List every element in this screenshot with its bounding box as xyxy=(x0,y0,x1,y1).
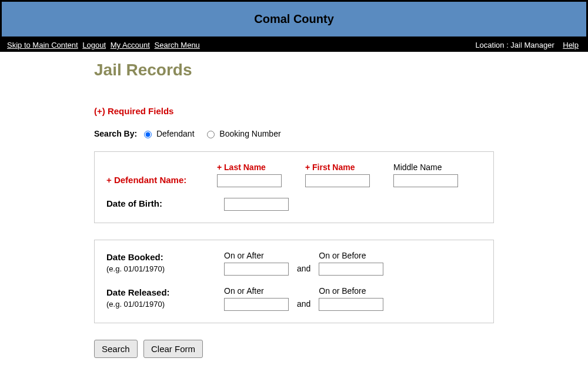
dob-input[interactable] xyxy=(224,198,289,211)
and-separator: and xyxy=(297,264,319,276)
help-link[interactable]: Help xyxy=(563,41,579,49)
nav-bar: Skip to Main Content Logout My Account S… xyxy=(0,38,588,52)
booked-before-input[interactable] xyxy=(319,263,383,276)
skip-link[interactable]: Skip to Main Content xyxy=(7,41,78,49)
date-booked-row: Date Booked: (e.g. 01/01/1970) On or Aft… xyxy=(106,251,482,276)
clear-form-button[interactable]: Clear Form xyxy=(143,340,203,358)
main-content: Jail Records (+) Required Fields Search … xyxy=(0,52,588,358)
dob-row: Date of Birth: xyxy=(106,198,482,211)
defendant-name-label: + Defendant Name: xyxy=(106,175,217,187)
booked-after-col: On or After xyxy=(224,251,289,276)
booked-before-col: On or Before xyxy=(319,251,383,276)
my-account-link[interactable]: My Account xyxy=(111,41,150,49)
dob-col xyxy=(224,198,289,211)
date-booked-text: Date Booked: xyxy=(106,252,163,262)
radio-booking-number[interactable] xyxy=(207,131,215,138)
date-released-text: Date Released: xyxy=(106,287,170,297)
nav-left: Skip to Main Content Logout My Account S… xyxy=(7,41,202,49)
first-name-col: + First Name xyxy=(305,163,370,187)
dob-label: Date of Birth: xyxy=(106,198,224,211)
first-name-label: + First Name xyxy=(305,163,370,172)
radio-defendant[interactable] xyxy=(144,131,152,138)
radio-booking-label[interactable]: Booking Number xyxy=(219,129,280,138)
header-banner: Comal County xyxy=(0,0,588,38)
location-label: Location : Jail Manager xyxy=(475,41,554,49)
date-released-row: Date Released: (e.g. 01/01/1970) On or A… xyxy=(106,286,482,311)
date-booked-label: Date Booked: (e.g. 01/01/1970) xyxy=(106,252,224,276)
defendant-name-row: + Defendant Name: + Last Name + First Na… xyxy=(106,163,482,187)
date-released-label: Date Released: (e.g. 01/01/1970) xyxy=(106,287,224,311)
booked-after-label: On or After xyxy=(224,251,289,260)
logout-link[interactable]: Logout xyxy=(82,41,106,49)
nav-right: Location : Jail Manager Help xyxy=(475,41,581,49)
header-title: Comal County xyxy=(254,12,334,25)
middle-name-col: Middle Name xyxy=(393,163,458,187)
released-before-label: On or Before xyxy=(319,286,383,296)
middle-name-input[interactable] xyxy=(393,174,458,187)
search-by-row: Search By: Defendant Booking Number xyxy=(94,129,494,138)
middle-name-label: Middle Name xyxy=(393,163,458,172)
released-after-label: On or After xyxy=(224,286,289,296)
search-button[interactable]: Search xyxy=(94,340,138,358)
released-after-col: On or After xyxy=(224,286,289,311)
search-by-label: Search By: xyxy=(94,129,137,138)
last-name-input[interactable] xyxy=(217,174,282,187)
released-before-col: On or Before xyxy=(319,286,383,311)
released-before-input[interactable] xyxy=(319,298,383,311)
buttons-row: Search Clear Form xyxy=(94,340,494,358)
defendant-form-box: + Defendant Name: + Last Name + First Na… xyxy=(94,151,494,223)
required-fields-note: (+) Required Fields xyxy=(94,106,494,116)
date-booked-hint: (e.g. 01/01/1970) xyxy=(106,264,224,273)
last-name-label: + Last Name xyxy=(217,163,282,172)
booked-after-input[interactable] xyxy=(224,263,289,276)
date-released-hint: (e.g. 01/01/1970) xyxy=(106,300,224,309)
first-name-input[interactable] xyxy=(305,174,370,187)
page-title: Jail Records xyxy=(94,61,494,79)
and-separator: and xyxy=(297,299,319,311)
booked-before-label: On or Before xyxy=(319,251,383,260)
date-form-box: Date Booked: (e.g. 01/01/1970) On or Aft… xyxy=(94,240,494,323)
search-menu-link[interactable]: Search Menu xyxy=(155,41,200,49)
radio-defendant-label[interactable]: Defendant xyxy=(156,129,195,138)
last-name-col: + Last Name xyxy=(217,163,282,187)
released-after-input[interactable] xyxy=(224,298,289,311)
